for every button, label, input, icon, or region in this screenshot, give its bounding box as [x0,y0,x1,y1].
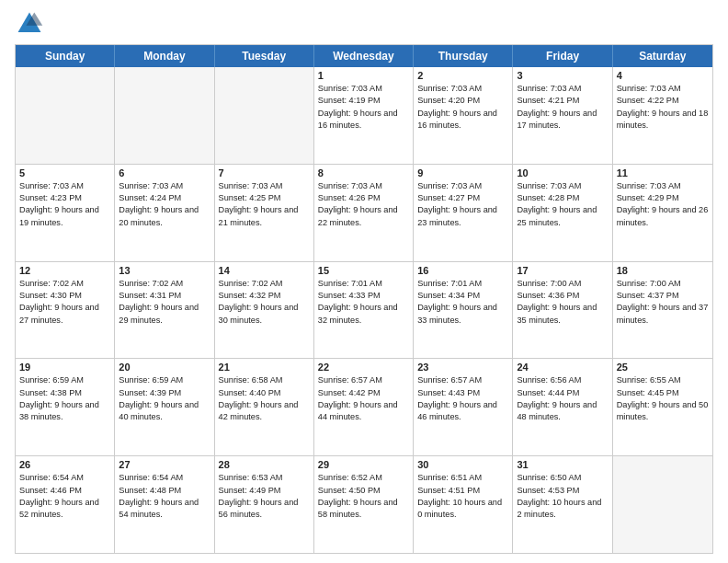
empty-cell [16,67,115,164]
day-number: 22 [318,362,409,373]
day-cell-30: 30Sunrise: 6:51 AMSunset: 4:51 PMDayligh… [414,456,513,553]
day-cell-26: 26Sunrise: 6:54 AMSunset: 4:46 PMDayligh… [16,456,115,553]
day-info: Sunrise: 6:53 AMSunset: 4:49 PMDaylight:… [219,472,310,521]
day-cell-1: 1Sunrise: 7:03 AMSunset: 4:19 PMDaylight… [314,67,414,164]
day-info: Sunrise: 7:03 AMSunset: 4:20 PMDaylight:… [417,83,508,132]
day-info: Sunrise: 7:03 AMSunset: 4:22 PMDaylight:… [617,83,709,132]
day-info: Sunrise: 7:03 AMSunset: 4:21 PMDaylight:… [517,83,608,132]
day-number: 23 [417,362,508,373]
empty-cell [215,67,314,164]
day-info: Sunrise: 6:57 AMSunset: 4:42 PMDaylight:… [318,374,409,423]
calendar-row-2: 5Sunrise: 7:03 AMSunset: 4:23 PMDaylight… [16,164,712,261]
day-number: 9 [417,167,508,178]
day-number: 25 [617,362,709,373]
header [15,9,713,39]
day-cell-9: 9Sunrise: 7:03 AMSunset: 4:27 PMDaylight… [414,165,513,261]
day-number: 26 [19,459,110,470]
day-info: Sunrise: 7:03 AMSunset: 4:26 PMDaylight:… [318,180,409,229]
day-cell-4: 4Sunrise: 7:03 AMSunset: 4:22 PMDaylight… [613,67,712,164]
day-cell-28: 28Sunrise: 6:53 AMSunset: 4:49 PMDayligh… [215,456,314,553]
day-cell-12: 12Sunrise: 7:02 AMSunset: 4:30 PMDayligh… [16,262,115,359]
day-number: 19 [19,362,110,373]
day-cell-20: 20Sunrise: 6:59 AMSunset: 4:39 PMDayligh… [115,359,214,455]
weekday-header-thursday: Thursday [414,45,513,67]
day-info: Sunrise: 7:03 AMSunset: 4:19 PMDaylight:… [318,83,409,132]
day-number: 16 [417,265,508,276]
day-number: 30 [417,459,508,470]
calendar-body: 1Sunrise: 7:03 AMSunset: 4:19 PMDaylight… [16,67,712,553]
day-info: Sunrise: 6:57 AMSunset: 4:43 PMDaylight:… [417,374,508,423]
day-cell-31: 31Sunrise: 6:50 AMSunset: 4:53 PMDayligh… [513,456,612,553]
day-cell-25: 25Sunrise: 6:55 AMSunset: 4:45 PMDayligh… [613,359,712,455]
empty-cell [115,67,214,164]
day-info: Sunrise: 6:54 AMSunset: 4:46 PMDaylight:… [19,472,110,521]
day-cell-17: 17Sunrise: 7:00 AMSunset: 4:36 PMDayligh… [513,262,612,359]
day-cell-21: 21Sunrise: 6:58 AMSunset: 4:40 PMDayligh… [215,359,314,455]
day-cell-18: 18Sunrise: 7:00 AMSunset: 4:37 PMDayligh… [613,262,712,359]
day-cell-14: 14Sunrise: 7:02 AMSunset: 4:32 PMDayligh… [215,262,314,359]
calendar-row-4: 19Sunrise: 6:59 AMSunset: 4:38 PMDayligh… [16,358,712,455]
day-number: 14 [219,265,310,276]
day-cell-24: 24Sunrise: 6:56 AMSunset: 4:44 PMDayligh… [513,359,612,455]
weekday-header-monday: Monday [115,45,214,67]
day-number: 27 [119,459,210,470]
day-number: 24 [517,362,608,373]
page: SundayMondayTuesdayWednesdayThursdayFrid… [0,0,728,563]
calendar-header: SundayMondayTuesdayWednesdayThursdayFrid… [16,45,712,67]
day-info: Sunrise: 6:59 AMSunset: 4:39 PMDaylight:… [119,374,210,423]
day-info: Sunrise: 6:52 AMSunset: 4:50 PMDaylight:… [318,472,409,521]
calendar: SundayMondayTuesdayWednesdayThursdayFrid… [15,44,713,554]
day-cell-2: 2Sunrise: 7:03 AMSunset: 4:20 PMDaylight… [414,67,513,164]
day-number: 7 [219,167,310,178]
logo-area [15,9,48,39]
day-info: Sunrise: 6:59 AMSunset: 4:38 PMDaylight:… [19,374,110,423]
day-info: Sunrise: 7:03 AMSunset: 4:23 PMDaylight:… [19,180,110,229]
weekday-header-saturday: Saturday [613,45,712,67]
day-info: Sunrise: 6:50 AMSunset: 4:53 PMDaylight:… [517,472,608,521]
day-number: 28 [219,459,310,470]
day-cell-10: 10Sunrise: 7:03 AMSunset: 4:28 PMDayligh… [513,165,612,261]
day-cell-22: 22Sunrise: 6:57 AMSunset: 4:42 PMDayligh… [314,359,414,455]
day-info: Sunrise: 7:02 AMSunset: 4:31 PMDaylight:… [119,278,210,327]
day-info: Sunrise: 7:02 AMSunset: 4:30 PMDaylight:… [19,278,110,327]
weekday-header-sunday: Sunday [16,45,115,67]
day-cell-6: 6Sunrise: 7:03 AMSunset: 4:24 PMDaylight… [115,165,214,261]
day-info: Sunrise: 7:03 AMSunset: 4:25 PMDaylight:… [219,180,310,229]
day-info: Sunrise: 7:03 AMSunset: 4:29 PMDaylight:… [617,180,709,229]
day-cell-19: 19Sunrise: 6:59 AMSunset: 4:38 PMDayligh… [16,359,115,455]
day-number: 12 [19,265,110,276]
day-number: 15 [318,265,409,276]
day-info: Sunrise: 7:00 AMSunset: 4:36 PMDaylight:… [517,278,608,327]
day-number: 31 [517,459,608,470]
weekday-header-friday: Friday [513,45,612,67]
day-cell-29: 29Sunrise: 6:52 AMSunset: 4:50 PMDayligh… [314,456,414,553]
day-number: 18 [617,265,709,276]
day-number: 4 [617,70,709,81]
day-number: 20 [119,362,210,373]
day-info: Sunrise: 6:56 AMSunset: 4:44 PMDaylight:… [517,374,608,423]
day-info: Sunrise: 6:58 AMSunset: 4:40 PMDaylight:… [219,374,310,423]
weekday-header-wednesday: Wednesday [314,45,414,67]
day-info: Sunrise: 7:01 AMSunset: 4:33 PMDaylight:… [318,278,409,327]
day-cell-11: 11Sunrise: 7:03 AMSunset: 4:29 PMDayligh… [613,165,712,261]
day-cell-7: 7Sunrise: 7:03 AMSunset: 4:25 PMDaylight… [215,165,314,261]
day-number: 5 [19,167,110,178]
day-number: 29 [318,459,409,470]
day-cell-16: 16Sunrise: 7:01 AMSunset: 4:34 PMDayligh… [414,262,513,359]
day-cell-27: 27Sunrise: 6:54 AMSunset: 4:48 PMDayligh… [115,456,214,553]
day-cell-8: 8Sunrise: 7:03 AMSunset: 4:26 PMDaylight… [314,165,414,261]
day-info: Sunrise: 7:02 AMSunset: 4:32 PMDaylight:… [219,278,310,327]
day-info: Sunrise: 7:03 AMSunset: 4:24 PMDaylight:… [119,180,210,229]
calendar-row-1: 1Sunrise: 7:03 AMSunset: 4:19 PMDaylight… [16,67,712,164]
day-number: 17 [517,265,608,276]
day-info: Sunrise: 7:00 AMSunset: 4:37 PMDaylight:… [617,278,709,327]
day-number: 6 [119,167,210,178]
day-info: Sunrise: 6:55 AMSunset: 4:45 PMDaylight:… [617,374,709,423]
day-number: 2 [417,70,508,81]
day-number: 13 [119,265,210,276]
day-info: Sunrise: 7:03 AMSunset: 4:28 PMDaylight:… [517,180,608,229]
day-number: 10 [517,167,608,178]
calendar-row-3: 12Sunrise: 7:02 AMSunset: 4:30 PMDayligh… [16,261,712,359]
day-cell-23: 23Sunrise: 6:57 AMSunset: 4:43 PMDayligh… [414,359,513,455]
day-cell-13: 13Sunrise: 7:02 AMSunset: 4:31 PMDayligh… [115,262,214,359]
